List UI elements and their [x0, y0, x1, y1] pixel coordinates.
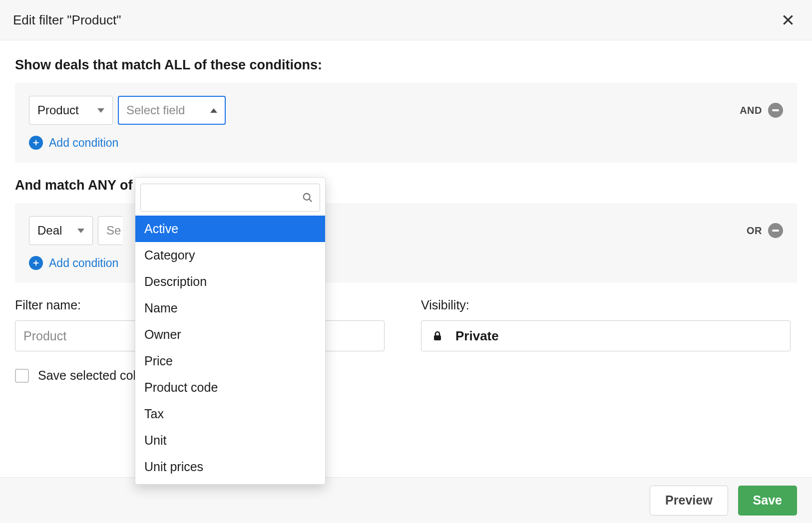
- dialog-header: Edit filter "Product": [0, 0, 812, 40]
- field-dropdown-panel: Active Category Description Name Owner P…: [135, 177, 326, 485]
- remove-condition-button[interactable]: [768, 103, 783, 118]
- filter-name-value: Product: [23, 329, 66, 343]
- field-select[interactable]: Select field: [118, 96, 226, 125]
- chevron-up-icon: [210, 108, 217, 113]
- dialog-footer: Preview Save: [0, 477, 812, 523]
- save-columns-row: Save selected columns with the filter: [15, 368, 797, 383]
- search-icon: [302, 192, 313, 203]
- preview-button-label: Preview: [665, 493, 713, 508]
- dropdown-option-tax[interactable]: Tax: [135, 401, 325, 427]
- dropdown-option-category[interactable]: Category: [135, 242, 325, 268]
- operator-label: OR: [747, 225, 762, 237]
- chevron-down-icon: [77, 229, 84, 233]
- entity-select[interactable]: Product: [29, 96, 113, 125]
- dialog-title: Edit filter "Product": [13, 12, 121, 28]
- dropdown-option-active[interactable]: Active: [135, 216, 325, 242]
- condition-operator-group: OR: [747, 223, 783, 238]
- save-button[interactable]: Save: [738, 486, 797, 516]
- visibility-label: Visibility:: [421, 298, 797, 312]
- svg-line-7: [309, 199, 312, 202]
- lock-icon: [431, 330, 443, 342]
- dropdown-option-name[interactable]: Name: [135, 295, 325, 321]
- all-conditions-block: Product Select field AND Add condition: [15, 83, 797, 163]
- condition-row: Product Select field AND: [29, 96, 783, 125]
- dropdown-option-product-code[interactable]: Product code: [135, 374, 325, 401]
- svg-rect-8: [434, 335, 441, 340]
- dropdown-option-price[interactable]: Price: [135, 348, 325, 374]
- preview-button[interactable]: Preview: [650, 486, 728, 516]
- plus-icon: [29, 136, 43, 150]
- entity-select[interactable]: Deal: [29, 216, 93, 245]
- dropdown-option-unit[interactable]: Unit: [135, 427, 325, 454]
- field-select-fragment[interactable]: Se: [98, 216, 123, 245]
- visibility-column: Visibility: Private: [421, 298, 797, 351]
- dropdown-option-description[interactable]: Description: [135, 268, 325, 295]
- entity-select-value: Product: [37, 103, 79, 117]
- operator-label: AND: [740, 105, 762, 116]
- field-select-placeholder: Select field: [126, 103, 185, 117]
- dialog-content: Show deals that match ALL of these condi…: [0, 40, 812, 477]
- dropdown-option-owner[interactable]: Owner: [135, 321, 325, 348]
- add-condition-button[interactable]: Add condition: [29, 136, 783, 150]
- any-conditions-heading: And match ANY of these conditions:: [15, 178, 797, 193]
- any-conditions-block: Deal Se OR Add condition: [15, 203, 797, 283]
- save-button-label: Save: [753, 493, 782, 508]
- form-row: Filter name: Product Visibility: Private: [15, 298, 797, 351]
- chevron-down-icon: [97, 108, 104, 113]
- entity-select-value: Deal: [37, 224, 62, 238]
- visibility-value: Private: [455, 328, 499, 344]
- dropdown-option-unit-prices[interactable]: Unit prices: [135, 454, 325, 480]
- save-columns-checkbox[interactable]: [15, 369, 29, 383]
- plus-icon: [29, 256, 43, 270]
- add-condition-label: Add condition: [49, 257, 118, 270]
- remove-condition-button[interactable]: [768, 223, 783, 238]
- visibility-select[interactable]: Private: [421, 320, 791, 351]
- add-condition-label: Add condition: [49, 136, 118, 150]
- all-conditions-heading: Show deals that match ALL of these condi…: [15, 57, 797, 73]
- condition-operator-group: AND: [740, 103, 783, 118]
- dropdown-list: Active Category Description Name Owner P…: [135, 216, 325, 484]
- dropdown-search-input[interactable]: [140, 184, 320, 212]
- svg-point-6: [304, 194, 310, 200]
- dropdown-search-wrapper: [140, 184, 320, 212]
- close-icon: [782, 13, 795, 26]
- field-select-fragment-text: Se: [106, 224, 121, 238]
- close-button[interactable]: [779, 11, 797, 29]
